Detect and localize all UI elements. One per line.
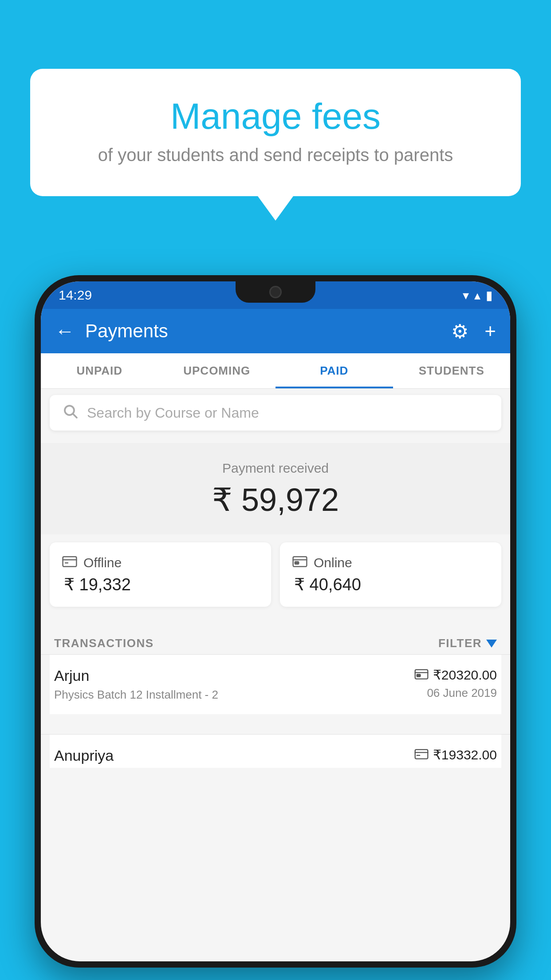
transaction-anupriya-right: ₹19332.00 xyxy=(414,747,497,763)
camera xyxy=(269,286,282,298)
svg-rect-10 xyxy=(417,674,420,676)
transaction-arjun[interactable]: Arjun Physics Batch 12 Installment - 2 xyxy=(50,655,501,714)
card-offline-header: Offline xyxy=(62,555,259,570)
status-time: 14:29 xyxy=(59,288,92,303)
speech-bubble-pointer xyxy=(258,196,293,221)
transactions-label: TRANSACTIONS xyxy=(54,636,154,650)
cards-row: Offline ₹ 19,332 xyxy=(50,542,501,607)
plus-icon[interactable]: + xyxy=(484,320,496,342)
phone: 14:29 ▾ ▴ ▮ ← Payments ⚙ + xyxy=(35,275,516,980)
card-online: Online ₹ 40,640 xyxy=(280,542,501,607)
wifi-icon: ▾ xyxy=(463,288,469,303)
card-online-amount: ₹ 40,640 xyxy=(292,575,489,594)
search-icon xyxy=(62,403,78,423)
notch xyxy=(236,281,315,303)
search-placeholder: Search by Course or Name xyxy=(87,405,259,421)
transaction-arjun-name: Arjun xyxy=(54,667,414,684)
tab-paid[interactable]: PAID xyxy=(276,353,393,388)
transaction-anupriya-amount: ₹19332.00 xyxy=(414,747,497,763)
signal-icon: ▴ xyxy=(474,288,480,303)
transaction-arjun-right: ₹20320.00 06 June 2019 xyxy=(414,667,497,700)
battery-icon: ▮ xyxy=(486,288,492,303)
transaction-anupriya-name: Anupriya xyxy=(54,747,414,764)
filter-label: FILTER xyxy=(438,636,482,650)
background: Manage fees of your students and send re… xyxy=(0,0,551,980)
gear-icon[interactable]: ⚙ xyxy=(451,320,468,343)
app-bar: ← Payments ⚙ + xyxy=(41,309,510,353)
filter-button[interactable]: FILTER xyxy=(438,636,497,650)
app-title: Payments xyxy=(85,320,451,342)
payment-amount: ₹ 59,972 xyxy=(41,481,510,518)
transaction-arjun-left: Arjun Physics Batch 12 Installment - 2 xyxy=(54,667,414,702)
card-online-header: Online xyxy=(292,555,489,570)
card-offline-label: Offline xyxy=(83,555,122,570)
filter-icon xyxy=(486,640,497,648)
transaction-anupriya-left: Anupriya xyxy=(54,747,414,768)
status-icons: ▾ ▴ ▮ xyxy=(463,288,492,303)
card-online-label: Online xyxy=(314,555,352,570)
phone-outer: 14:29 ▾ ▴ ▮ ← Payments ⚙ + xyxy=(35,275,516,968)
card-offline-amount: ₹ 19,332 xyxy=(62,575,259,594)
speech-bubble-title: Manage fees xyxy=(66,95,485,137)
payment-received: Payment received ₹ 59,972 xyxy=(41,443,510,534)
speech-bubble-wrapper: Manage fees of your students and send re… xyxy=(30,69,521,221)
svg-line-1 xyxy=(73,414,77,417)
speech-bubble-subtitle: of your students and send receipts to pa… xyxy=(66,145,485,165)
phone-screen: 14:29 ▾ ▴ ▮ ← Payments ⚙ + xyxy=(41,281,510,961)
online-payment-icon xyxy=(414,668,429,683)
tab-upcoming[interactable]: UPCOMING xyxy=(158,353,276,388)
svg-rect-7 xyxy=(295,561,299,564)
search-bar[interactable]: Search by Course or Name xyxy=(50,395,501,431)
transaction-arjun-amount: ₹20320.00 xyxy=(414,667,497,683)
transaction-arjun-date: 06 June 2019 xyxy=(427,686,497,700)
offline-payment-icon xyxy=(414,747,429,763)
back-button[interactable]: ← xyxy=(55,320,75,342)
speech-bubble: Manage fees of your students and send re… xyxy=(30,69,521,196)
offline-icon xyxy=(62,555,77,570)
card-offline: Offline ₹ 19,332 xyxy=(50,542,271,607)
tab-students[interactable]: STUDENTS xyxy=(393,353,511,388)
transaction-anupriya[interactable]: Anupriya ₹19332.00 xyxy=(50,735,501,768)
payment-label: Payment received xyxy=(41,461,510,476)
app-bar-actions: ⚙ + xyxy=(451,320,496,343)
tab-unpaid[interactable]: UNPAID xyxy=(41,353,158,388)
online-icon xyxy=(292,555,307,570)
transaction-arjun-detail: Physics Batch 12 Installment - 2 xyxy=(54,688,414,702)
svg-rect-2 xyxy=(63,557,77,566)
svg-rect-11 xyxy=(415,749,428,759)
tabs: UNPAID UPCOMING PAID STUDENTS xyxy=(41,353,510,389)
